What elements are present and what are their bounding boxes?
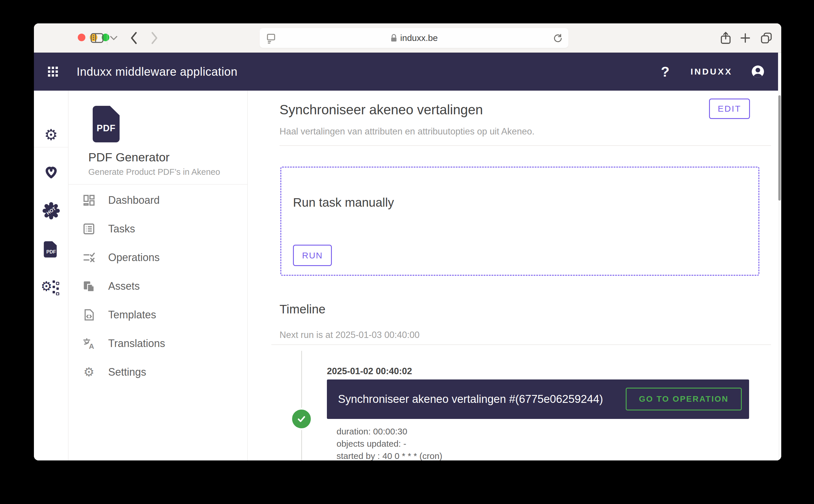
sidebar-toggle-icon[interactable] [90, 27, 104, 49]
sidebar-item-label: Tasks [108, 223, 135, 235]
rail-hot-badge-icon[interactable]: HOT [42, 202, 60, 220]
sidebar-item-assets[interactable]: Assets [68, 272, 247, 301]
pdf-logo-label: PDF [97, 123, 116, 134]
success-check-icon [290, 408, 313, 430]
sidebar-item-label: Settings [108, 366, 146, 378]
rail-induxx-logo-icon[interactable] [43, 165, 60, 179]
translate-icon: A [82, 337, 95, 350]
help-icon[interactable]: ? [661, 64, 669, 80]
dashboard-icon [82, 194, 95, 207]
browser-window: induxx.be [34, 23, 781, 460]
timeline-heading: Timeline [280, 302, 325, 316]
go-to-operation-button[interactable]: GO TO OPERATION [626, 388, 742, 410]
reload-icon[interactable] [553, 33, 563, 44]
url-text: induxx.be [400, 33, 438, 43]
lock-icon [390, 34, 397, 42]
chevron-down-icon[interactable] [110, 27, 118, 49]
timeline-entry-title: Synchroniseer akeneo vertalingen #(6775e… [338, 393, 603, 405]
run-panel-title: Run task manually [293, 196, 394, 210]
app-header: Induxx middleware application ? INDUXX [34, 53, 778, 91]
sidebar-app-title: PDF Generator [88, 151, 170, 164]
svg-text:⚙︎: ⚙︎ [42, 279, 52, 294]
sidebar-item-operations[interactable]: Operations [68, 243, 247, 272]
sidebar-item-label: Assets [108, 280, 140, 292]
timeline-divider [271, 344, 771, 345]
page-title: Synchroniseer akeneo vertalingen [280, 102, 483, 118]
sidebar-app-subtitle: Generate Product PDF’s in Akeneo [88, 167, 220, 177]
operations-rule-icon [82, 251, 95, 264]
scrollbar-track [778, 53, 781, 460]
account-circle-icon[interactable] [751, 65, 765, 78]
section-divider [280, 145, 771, 146]
scrollbar-thumb[interactable] [778, 95, 781, 201]
rail-divider [34, 147, 68, 147]
rail-data-process-icon[interactable]: ⚙︎ [42, 279, 60, 295]
timeline-entry-timestamp: 2025-01-02 00:40:02 [327, 366, 412, 377]
account-name: INDUXX [691, 67, 732, 77]
back-button[interactable] [129, 27, 138, 49]
page-body: ⚙︎ [34, 91, 778, 460]
task-description: Haal vertalingen van attributen en attri… [280, 126, 534, 137]
sidebar-menu: Dashboard Tasks [68, 186, 247, 386]
sidebar-item-label: Operations [108, 251, 160, 264]
timeline-line [301, 351, 302, 460]
tab-overview-icon[interactable] [760, 27, 772, 49]
template-file-icon [82, 308, 95, 321]
close-window-button[interactable] [78, 34, 85, 41]
toolbar-divider [107, 31, 107, 45]
rail-settings-gear-icon[interactable]: ⚙︎ [44, 126, 58, 144]
svg-text:PDF: PDF [46, 249, 56, 254]
share-icon[interactable] [720, 27, 732, 49]
app-rail: ⚙︎ [34, 91, 68, 460]
browser-toolbar: induxx.be [34, 23, 781, 53]
pdf-generator-logo: PDF [93, 106, 120, 142]
app-title: Induxx middleware application [77, 65, 237, 78]
apps-grid-icon[interactable] [48, 67, 58, 77]
sidebar-item-label: Templates [108, 309, 156, 321]
sidebar-item-templates[interactable]: Templates [68, 301, 247, 329]
timeline-entry-card: Synchroniseer akeneo vertalingen #(6775e… [327, 379, 749, 419]
address-bar[interactable]: induxx.be [260, 28, 568, 48]
new-tab-icon[interactable] [740, 27, 751, 49]
sidebar-item-label: Translations [108, 337, 165, 350]
detail-objects-updated: objects updated: - [337, 438, 442, 450]
assets-files-icon [82, 280, 95, 293]
page-format-icon[interactable] [265, 33, 277, 44]
detail-duration: duration: 00:00:30 [337, 425, 442, 438]
run-task-panel: Run task manually RUN [280, 167, 759, 276]
main-content: Synchroniseer akeneo vertalingen EDIT Ha… [248, 91, 778, 460]
tasks-list-icon [82, 222, 95, 235]
desktop-background: induxx.be [0, 0, 814, 504]
svg-text:A: A [89, 342, 94, 350]
timeline-entry-details: duration: 00:00:30 objects updated: - st… [337, 425, 442, 460]
edit-button[interactable]: EDIT [709, 99, 750, 119]
settings-gear-icon: ⚙︎ [82, 366, 95, 379]
app-sidebar: PDF PDF Generator Generate Product PDF’s… [68, 91, 248, 460]
forward-button[interactable] [150, 27, 159, 49]
detail-started-by: started by : 40 0 * * * (cron) [337, 450, 442, 460]
rail-pdf-app-icon[interactable]: PDF [43, 241, 59, 258]
run-button[interactable]: RUN [293, 245, 332, 266]
sidebar-item-translations[interactable]: A Translations [68, 329, 247, 358]
sidebar-item-settings[interactable]: ⚙︎ Settings [68, 358, 247, 386]
next-run-text: Next run is at 2025-01-03 00:40:00 [280, 330, 420, 340]
sidebar-item-label: Dashboard [108, 194, 160, 206]
sidebar-item-dashboard[interactable]: Dashboard [68, 186, 247, 215]
sidebar-item-tasks[interactable]: Tasks [68, 215, 247, 243]
